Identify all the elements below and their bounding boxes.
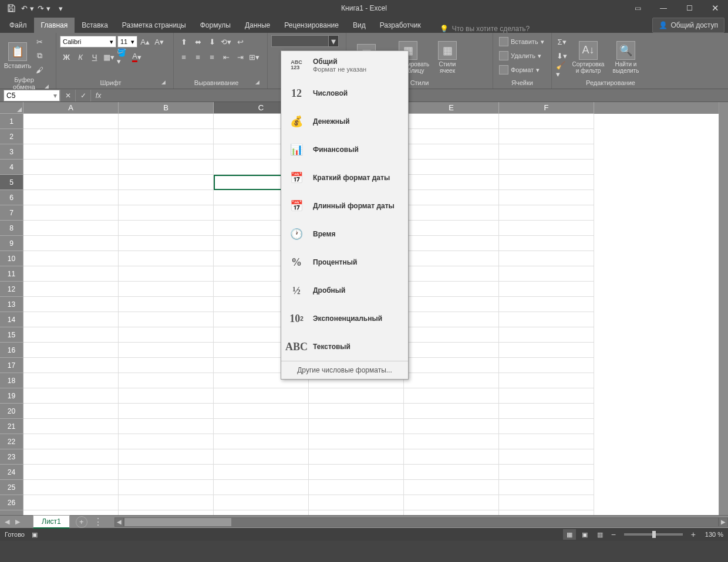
cell[interactable] <box>309 465 404 480</box>
cell[interactable] <box>499 495 594 510</box>
cell[interactable] <box>119 495 214 510</box>
cell[interactable] <box>23 129 119 144</box>
cell[interactable] <box>23 510 119 515</box>
align-center-icon[interactable]: ≡ <box>191 50 204 63</box>
fill-color-icon[interactable]: 🪣▾ <box>116 50 129 63</box>
view-page-break-icon[interactable]: ▥ <box>594 529 606 540</box>
cell[interactable] <box>404 205 499 221</box>
number-format-item[interactable]: 💰Денежный <box>281 107 408 136</box>
merge-icon[interactable]: ⊞▾ <box>248 50 261 63</box>
font-color-icon[interactable]: A▾ <box>130 50 143 63</box>
column-header[interactable]: E <box>404 102 499 114</box>
ribbon-options-icon[interactable]: ▭ <box>625 0 651 16</box>
grow-font-icon[interactable]: A▴ <box>139 35 151 48</box>
row-header[interactable]: 7 <box>0 205 23 221</box>
cell[interactable] <box>309 449 404 465</box>
cell[interactable] <box>23 495 119 510</box>
cell[interactable] <box>499 343 594 358</box>
zoom-slider[interactable] <box>624 533 683 536</box>
row-header[interactable]: 25 <box>0 480 23 495</box>
format-painter-icon[interactable]: 🖌 <box>33 63 46 76</box>
macro-record-icon[interactable]: ▣ <box>32 531 38 539</box>
cell[interactable] <box>404 175 499 190</box>
cell[interactable] <box>119 449 214 465</box>
cell[interactable] <box>309 419 404 434</box>
cell[interactable] <box>214 404 309 419</box>
cell[interactable] <box>119 480 214 495</box>
cell[interactable] <box>119 358 214 373</box>
cell[interactable] <box>214 434 309 449</box>
horizontal-scrollbar[interactable]: ◀ ▶ <box>114 517 728 527</box>
undo-icon[interactable]: ↶ ▾ <box>20 2 35 15</box>
cell[interactable] <box>119 205 214 221</box>
align-middle-icon[interactable]: ⬌ <box>191 35 204 48</box>
enter-formula-icon[interactable]: ✓ <box>75 90 90 101</box>
clear-icon[interactable]: 🧹▾ <box>555 63 568 76</box>
cell[interactable] <box>23 358 119 373</box>
underline-icon[interactable]: Ч <box>88 50 101 63</box>
cell[interactable] <box>23 465 119 480</box>
indent-increase-icon[interactable]: ⇥ <box>234 50 247 63</box>
cell[interactable] <box>119 312 214 327</box>
bold-icon[interactable]: Ж <box>60 50 73 63</box>
cell[interactable] <box>404 419 499 434</box>
cell[interactable] <box>23 236 119 251</box>
zoom-level[interactable]: 130 % <box>705 531 723 538</box>
cell[interactable] <box>23 160 119 175</box>
cell[interactable] <box>404 236 499 251</box>
row-header[interactable]: 24 <box>0 465 23 480</box>
row-header[interactable]: 21 <box>0 419 23 434</box>
cell[interactable] <box>309 404 404 419</box>
cell[interactable] <box>499 114 594 129</box>
sort-filter-button[interactable]: A↓ Сортировка и фильтр <box>569 35 607 79</box>
align-bottom-icon[interactable]: ⬇ <box>205 35 218 48</box>
redo-icon[interactable]: ↷ ▾ <box>36 2 52 15</box>
cell[interactable] <box>499 251 594 266</box>
cell[interactable] <box>404 282 499 297</box>
cell[interactable] <box>499 404 594 419</box>
number-format-item[interactable]: 12Числовой <box>281 79 408 107</box>
cell[interactable] <box>499 327 594 343</box>
row-header[interactable]: 6 <box>0 190 23 205</box>
cell[interactable] <box>499 221 594 236</box>
find-select-button[interactable]: 🔍 Найти и выделить <box>608 35 643 79</box>
cell[interactable] <box>23 282 119 297</box>
fill-icon[interactable]: ⬇▾ <box>555 49 568 62</box>
maximize-button[interactable]: ☐ <box>676 0 702 16</box>
cell[interactable] <box>23 297 119 312</box>
tab-рецензирование[interactable]: Рецензирование <box>277 18 346 33</box>
cell[interactable] <box>23 221 119 236</box>
row-header[interactable]: 18 <box>0 373 23 388</box>
clipboard-launcher-icon[interactable]: ◢ <box>45 83 52 92</box>
cell[interactable] <box>214 465 309 480</box>
cell[interactable] <box>499 510 594 515</box>
view-page-layout-icon[interactable]: ▣ <box>578 529 591 540</box>
cell-styles-button[interactable]: ▦ Стили ячеек <box>433 35 461 79</box>
zoom-in-button[interactable]: + <box>689 530 698 539</box>
cell[interactable] <box>309 480 404 495</box>
cell[interactable] <box>499 236 594 251</box>
row-header[interactable]: 5 <box>0 175 23 190</box>
insert-function-icon[interactable]: fx <box>90 90 106 101</box>
cell[interactable] <box>404 297 499 312</box>
format-cells-button[interactable]: Формат ▾ <box>497 63 548 76</box>
row-header[interactable]: 14 <box>0 312 23 327</box>
tab-разметка страницы[interactable]: Разметка страницы <box>115 18 193 33</box>
sheet-nav-next-icon[interactable]: ▶ <box>13 517 22 527</box>
tab-формулы[interactable]: Формулы <box>193 18 238 33</box>
cell[interactable] <box>23 373 119 388</box>
cell[interactable] <box>119 373 214 388</box>
sheet-nav-prev-icon[interactable]: ◀ <box>2 517 12 527</box>
cell[interactable] <box>23 404 119 419</box>
cell[interactable] <box>119 282 214 297</box>
shrink-font-icon[interactable]: A▾ <box>153 35 166 48</box>
select-all-corner[interactable] <box>0 102 23 114</box>
number-format-combo[interactable]: ▾ <box>271 35 339 47</box>
cell[interactable] <box>499 373 594 388</box>
font-name-combo[interactable]: Calibri▾ <box>60 36 116 48</box>
cell[interactable] <box>214 495 309 510</box>
alignment-launcher-icon[interactable]: ◢ <box>255 79 264 87</box>
cell[interactable] <box>404 144 499 160</box>
cell[interactable] <box>23 144 119 160</box>
cut-icon[interactable]: ✂ <box>33 35 46 48</box>
